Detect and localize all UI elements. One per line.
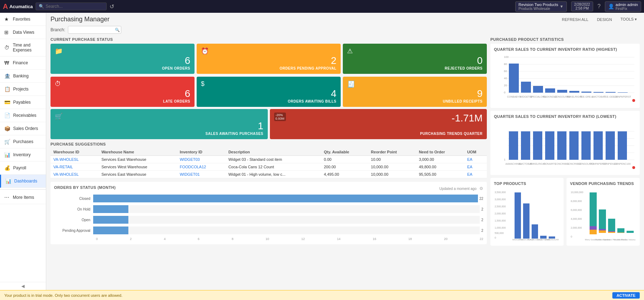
orders-awaiting-card[interactable]: $ 4 ORDERS AWAITING BILLS [197,77,341,107]
bar-fill [93,205,128,213]
data-views-icon: ⊞ [4,29,10,35]
sidebar-label-inventory: Inventory [13,152,31,157]
folder-icon: 📁 [55,47,63,55]
svg-text:CONPAPERST: CONPAPERST [614,96,631,98]
warehouse-name-cell: Services West Warehouse [99,163,177,171]
sidebar-item-dashboards[interactable]: 📊 Dashboards [0,175,46,188]
sidebar-item-data-views[interactable]: ⊞ Data Views [0,26,46,39]
vendor-trends-chart: VENDOR PURCHASING TRENDS 10,000,000 8,00… [566,178,640,246]
bar-value: 2 [481,229,483,233]
description-cell: Widget 01 - High volume, low c... [225,171,321,178]
svg-rect-47 [606,131,615,160]
sales-orders-icon: 📦 [4,126,10,131]
unbilled-receipts-card[interactable]: 🧾 9 UNBILLED RECEIPTS [343,77,487,107]
svg-rect-85 [590,230,597,234]
warehouse-id-cell: VA-RETAIL [50,163,99,171]
collapse-sidebar-icon[interactable]: ◀ [21,284,25,289]
refresh-all-button[interactable]: REFRESH ALL [559,16,591,23]
sidebar-item-purchases[interactable]: 🛒 Purchases [0,135,46,148]
uom-link[interactable]: EA [467,165,473,169]
app-name: Acumatica [9,4,33,9]
design-button[interactable]: DESIGN [594,16,615,23]
inventory-id-link[interactable]: FOODCOLA12 [180,165,206,169]
late-orders-card[interactable]: ⏱ 6 LATE ORDERS [50,77,195,107]
sidebar-label-dashboards: Dashboards [14,179,37,184]
activate-button[interactable]: ACTIVATE [612,292,640,299]
svg-rect-41 [533,131,542,160]
chart-options-icon[interactable]: ⚙ [479,186,483,191]
bar-container [93,227,480,234]
sidebar-item-favorites[interactable]: ★ Favorites [0,13,46,26]
bar-container [93,195,478,202]
need-cell: 49,800.00 [416,163,464,171]
purchasing-trends-card[interactable]: -20% 0.93M -1.71M PURCHASING TRENDS QUAR… [270,109,487,139]
svg-text:Plastics Industry Co.: Plastics Industry Co. [621,239,636,241]
svg-text:1,500,000: 1,500,000 [495,219,506,222]
sidebar-label-favorites: Favorites [13,17,30,22]
status-cards-row2: ⏱ 6 LATE ORDERS $ 4 ORDERS AWAITING BILL… [50,77,487,107]
inventory-id-link[interactable]: WIDGET01 [180,172,199,176]
sidebar-label-purchases: Purchases [13,139,33,144]
svg-text:6,000,000: 6,000,000 [571,209,582,211]
more-items-icon: ⋯ [4,195,10,200]
warehouse-name-cell: Services East Warehouse [99,171,177,178]
history-icon[interactable]: ↺ [110,3,114,10]
bar-container [93,205,480,213]
rejected-orders-card[interactable]: ⚠ 0 REJECTED ORDERS [343,44,487,74]
search-box[interactable]: 🔍 [36,2,107,10]
sidebar-item-time-expenses[interactable]: ⏱ Time and Expenses [0,39,46,56]
need-cell: 95,505.00 [416,171,464,178]
description-cell: Widget 03 - Standard cost item [225,156,321,163]
orders-chart-title: ORDERS BY STATUS (MONTH) [54,185,116,190]
sidebar-item-payroll[interactable]: 💰 Payroll [0,162,46,175]
svg-rect-95 [627,231,634,233]
current-status-title: CURRENT PURCHASE STATUS [50,37,487,42]
sidebar-item-receivables[interactable]: 📄 Receivables [0,109,46,122]
rejected-orders-number: 0 [347,55,483,66]
table-row: VA-RETAIL Services West Warehouse FOODCO… [50,163,487,171]
sidebar-item-payables[interactable]: 💳 Payables [0,96,46,109]
inventory-id-cell: WIDGET03 [177,156,225,163]
col-qty: Qty. Available [321,148,368,156]
warehouse-id-link[interactable]: VA-WHOLESL [53,157,79,162]
sidebar-item-inventory[interactable]: 📊 Inventory [0,148,46,162]
bottom-panels: TOP PRODUCTS 3,500,000 3,000,000 2,500,0… [490,178,640,246]
reorder-cell: 10,000.00 [368,171,416,178]
orders-pending-card[interactable]: ⏰ 2 ORDERS PENDING APPROVAL [197,44,341,74]
col-description: Description [225,148,321,156]
uom-link[interactable]: EA [467,157,473,162]
warehouse-id-link[interactable]: VA-WHOLESL [53,172,79,176]
bar-row: On Hold 2 [54,205,483,213]
sidebar-label-sales-orders: Sales Orders [13,126,38,131]
user-info[interactable]: 👤 admin admin FirstFix [605,1,641,12]
user-name: admin admin [616,2,638,7]
svg-rect-18 [581,92,591,93]
sidebar-label-data-views: Data Views [13,30,34,35]
sidebar-item-more[interactable]: ⋯ More Items [0,191,46,204]
svg-rect-70 [532,224,538,239]
app-logo[interactable]: A Acumatica [3,2,33,11]
inventory-id-link[interactable]: WIDGET03 [180,157,199,162]
svg-text:1: 1 [504,158,506,161]
uom-link[interactable]: EA [467,172,473,176]
svg-rect-94 [617,233,624,233]
sidebar-item-projects[interactable]: 📋 Projects [0,83,46,96]
sidebar-item-banking[interactable]: 🏦 Banking [0,70,46,83]
company-selector[interactable]: Revision Two Products Products Wholesale… [515,1,567,12]
quarter-highest-title: QUARTER SALES TO CURRENT INVENTORY RATIO… [494,47,636,51]
help-icon[interactable]: ? [597,3,601,10]
warehouse-id-cell: VA-WHOLESL [50,171,99,178]
branch-input[interactable] [68,26,121,34]
uom-cell: EA [464,163,487,171]
svg-rect-39 [509,131,518,160]
warehouse-id-link[interactable]: VA-RETAIL [53,165,73,169]
sidebar-item-finance[interactable]: ₩ Finance [0,56,46,70]
search-input[interactable] [46,4,99,9]
sales-awaiting-card[interactable]: 🛒 1 SALES AWAITING PURCHASES [50,109,268,139]
open-orders-card[interactable]: 📁 6 OPEN ORDERS [50,44,195,74]
axis-label: 16 [373,237,376,241]
sidebar-item-sales-orders[interactable]: 📦 Sales Orders [0,122,46,135]
tools-button[interactable]: TOOLS ▾ [618,16,640,23]
uom-cell: EA [464,156,487,163]
bar-label: Open [54,218,93,222]
